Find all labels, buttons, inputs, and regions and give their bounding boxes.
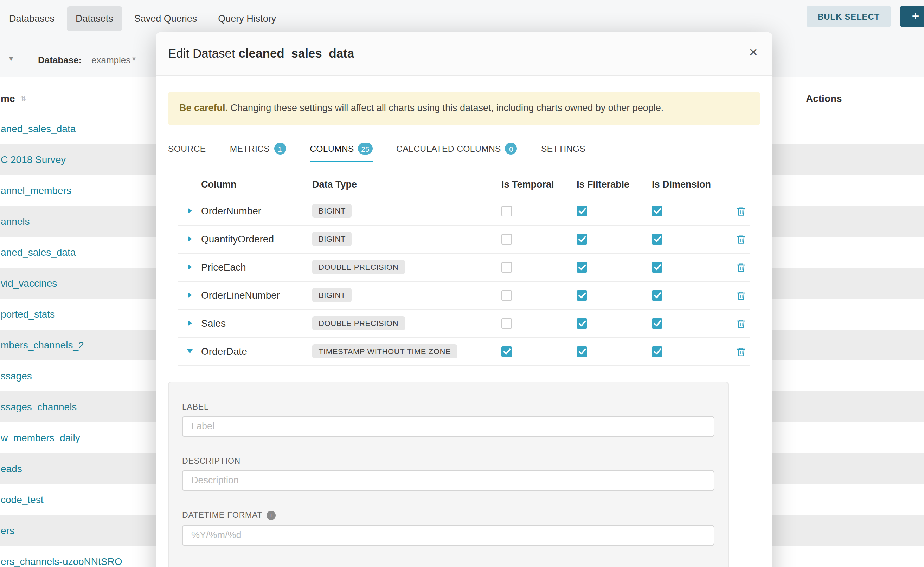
delete-column-button[interactable]: [731, 262, 750, 273]
column-row: QuantityOrdered BIGINT: [178, 225, 750, 254]
dataset-link[interactable]: ported_stats: [1, 309, 55, 320]
trash-icon: [736, 346, 746, 357]
datetime-format-field-group: DATETIME FORMAT i: [182, 511, 715, 546]
sort-icon[interactable]: ⇅: [20, 95, 26, 103]
dataset-link[interactable]: ers: [1, 525, 14, 536]
name-column-header[interactable]: me: [1, 93, 15, 104]
expand-caret-icon[interactable]: [178, 292, 201, 298]
expand-caret-icon[interactable]: [178, 208, 201, 214]
columns-table: ColumnData TypeIs TemporalIs FilterableI…: [178, 172, 750, 366]
is-temporal-checkbox[interactable]: [501, 318, 512, 329]
database-filter-value[interactable]: examples: [92, 55, 131, 65]
is-filterable-checkbox[interactable]: [576, 318, 587, 329]
delete-column-button[interactable]: [731, 318, 750, 329]
datetime-format-input[interactable]: [182, 525, 715, 546]
delete-column-button[interactable]: [731, 206, 750, 216]
is-dimension-checkbox[interactable]: [652, 262, 662, 273]
is-temporal-checkbox[interactable]: [501, 206, 512, 216]
dataset-link[interactable]: ssages: [1, 370, 32, 381]
column-type-pill: TIMESTAMP WITHOUT TIME ZONE: [312, 345, 457, 358]
is-dimension-checkbox[interactable]: [652, 290, 662, 301]
dataset-link[interactable]: annel_members: [1, 185, 71, 196]
trash-icon: [736, 206, 746, 216]
modal-title: Edit Dataset cleaned_sales_data: [168, 46, 354, 61]
nav-tab-saved-queries[interactable]: Saved Queries: [125, 6, 206, 31]
is-filterable-checkbox[interactable]: [576, 234, 587, 244]
trash-icon: [736, 318, 746, 329]
delete-column-button[interactable]: [731, 234, 750, 244]
nav-tab-query-history[interactable]: Query History: [209, 6, 285, 31]
dataset-link[interactable]: aned_sales_data: [1, 247, 75, 258]
info-icon[interactable]: i: [266, 511, 275, 520]
tab-count-badge: 25: [358, 143, 372, 155]
column-row: OrderLineNumber BIGINT: [178, 282, 750, 310]
tab-columns[interactable]: COLUMNS 25: [310, 136, 372, 162]
chevron-down-icon[interactable]: ▾: [132, 55, 136, 63]
is-dimension-checkbox[interactable]: [652, 234, 662, 244]
column-row: OrderNumber BIGINT: [178, 197, 750, 225]
is-filterable-checkbox[interactable]: [576, 346, 587, 357]
trash-icon: [736, 290, 746, 301]
tab-count-badge: 1: [274, 143, 286, 155]
expand-caret-icon[interactable]: [178, 321, 201, 326]
dataset-link[interactable]: code_test: [1, 494, 43, 505]
is-filterable-checkbox[interactable]: [576, 262, 587, 273]
dataset-link[interactable]: ers_channels-uzooNNtSRO: [1, 556, 122, 567]
dataset-link[interactable]: ssages_channels: [1, 401, 77, 412]
expand-caret-icon[interactable]: [178, 236, 201, 242]
dataset-link[interactable]: annels: [1, 216, 30, 227]
label-field-label: LABEL: [182, 403, 715, 411]
warning-banner-text: Changing these settings will affect all …: [231, 103, 664, 113]
tab-calculated-columns[interactable]: CALCULATED COLUMNS 0: [396, 136, 517, 162]
modal-tabs: SOURCE METRICS 1 COLUMNS 25 CALCULATED C…: [168, 136, 760, 162]
app-root: Databases Datasets Saved Queries Query H…: [0, 0, 924, 567]
is-dimension-checkbox[interactable]: [652, 206, 662, 216]
column-detail-panel: LABEL DESCRIPTION DATETIME FORMAT i: [168, 381, 728, 567]
dataset-link[interactable]: mbers_channels_2: [1, 339, 84, 351]
is-temporal-checkbox[interactable]: [501, 262, 512, 273]
nav-tab-databases[interactable]: Databases: [0, 6, 64, 31]
is-temporal-checkbox[interactable]: [501, 346, 512, 357]
column-type-pill: DOUBLE PRECISION: [312, 316, 405, 331]
tab-metrics[interactable]: METRICS 1: [230, 136, 286, 162]
expand-caret-icon[interactable]: [178, 264, 201, 270]
expand-caret-icon[interactable]: [178, 350, 201, 354]
delete-column-button[interactable]: [731, 290, 750, 301]
column-row: OrderDate TIMESTAMP WITHOUT TIME ZONE: [178, 338, 750, 366]
nav-tab-datasets[interactable]: Datasets: [66, 6, 122, 31]
column-type-pill: BIGINT: [312, 288, 352, 303]
dataset-link[interactable]: C 2018 Survey: [1, 154, 66, 165]
header-is-filterable: Is Filterable: [576, 179, 652, 190]
columns-table-body: OrderNumber BIGINT QuantityOrdered BIGIN…: [178, 197, 750, 366]
is-dimension-checkbox[interactable]: [652, 318, 662, 329]
is-filterable-checkbox[interactable]: [576, 290, 587, 301]
column-name: OrderDate: [201, 346, 312, 357]
description-input[interactable]: [182, 470, 715, 491]
is-temporal-checkbox[interactable]: [501, 234, 512, 244]
column-type-pill: BIGINT: [312, 204, 352, 218]
dataset-link[interactable]: vid_vaccines: [1, 278, 57, 289]
description-field-label: DESCRIPTION: [182, 457, 715, 465]
trash-icon: [736, 234, 746, 244]
dataset-link[interactable]: eads: [1, 463, 22, 474]
chevron-down-icon[interactable]: ▾: [9, 54, 13, 63]
modal-title-prefix: Edit Dataset: [168, 46, 235, 60]
bulk-select-button[interactable]: BULK SELECT: [806, 6, 891, 27]
top-navbar: Databases Datasets Saved Queries Query H…: [0, 0, 924, 37]
is-dimension-checkbox[interactable]: [652, 346, 662, 357]
tab-settings[interactable]: SETTINGS: [541, 136, 585, 162]
delete-column-button[interactable]: [731, 346, 750, 357]
modal-title-dataset-name: cleaned_sales_data: [238, 46, 354, 60]
label-input[interactable]: [182, 416, 715, 437]
dataset-link[interactable]: w_members_daily: [1, 432, 80, 443]
modal-tab-label: SETTINGS: [541, 144, 585, 154]
is-filterable-checkbox[interactable]: [576, 206, 587, 216]
warning-banner-bold: Be careful.: [179, 103, 228, 113]
add-dataset-button[interactable]: +: [900, 6, 924, 27]
tab-count-badge: 0: [505, 143, 517, 155]
dataset-link[interactable]: aned_sales_data: [1, 123, 75, 134]
datetime-format-field-label: DATETIME FORMAT i: [182, 511, 715, 520]
is-temporal-checkbox[interactable]: [501, 290, 512, 301]
close-icon[interactable]: ✕: [749, 47, 758, 58]
tab-source[interactable]: SOURCE: [168, 136, 206, 162]
